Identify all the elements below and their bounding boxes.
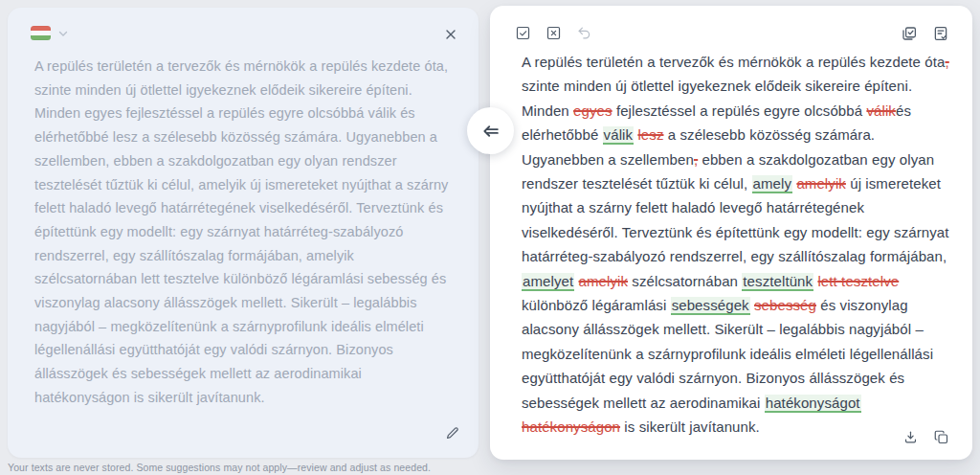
transfer-left-icon — [480, 121, 501, 142]
copy-icon — [933, 429, 949, 445]
deleted-text[interactable]: válik — [866, 102, 896, 119]
close-button[interactable] — [443, 27, 458, 42]
inserted-text[interactable]: amelyet — [522, 273, 574, 291]
undo-icon — [576, 25, 592, 41]
deleted-text[interactable]: sebesség — [754, 297, 816, 313]
inserted-text[interactable]: teszteltünk — [742, 273, 813, 291]
privacy-footer-note: Your texts are never stored. Some sugges… — [8, 462, 431, 473]
result-text-run: A repülés területén a tervezők és mérnök… — [522, 54, 945, 70]
apply-to-source-button[interactable] — [467, 107, 514, 154]
deleted-text[interactable]: , — [945, 54, 948, 70]
view-toolbar — [901, 25, 949, 42]
deleted-text[interactable]: egyes — [573, 102, 612, 119]
inserted-text[interactable]: válik — [603, 126, 635, 145]
pencil-icon — [444, 425, 460, 441]
inserted-text[interactable]: hatékonyságot — [765, 395, 861, 413]
download-button[interactable] — [902, 429, 919, 445]
deleted-text[interactable]: lett tesztelve — [817, 273, 899, 289]
checkbox-x-icon — [546, 25, 562, 41]
source-text: A repülés területén a tervezők és mérnök… — [34, 55, 454, 410]
chevron-down-icon — [56, 27, 70, 40]
inserted-text[interactable]: amely — [752, 175, 793, 193]
language-selector[interactable] — [31, 26, 70, 40]
deleted-text[interactable]: hatékonyságon — [522, 418, 620, 435]
hungarian-flag-icon — [31, 26, 51, 40]
source-panel: A repülés területén a tervezők és mérnök… — [8, 8, 479, 458]
result-panel: A repülés területén a tervezők és mérnök… — [490, 6, 972, 460]
summary-button[interactable] — [932, 25, 949, 42]
result-text-run: fejlesztéssel a repülés egyre olcsóbbá — [612, 102, 867, 119]
result-text: A repülés területén a tervezők és mérnök… — [522, 50, 949, 440]
result-text-run: szélcsatornában — [628, 273, 742, 289]
copy-check-icon — [901, 25, 918, 42]
result-text-run: is sikerült javítanunk. — [620, 418, 760, 435]
close-icon — [443, 27, 458, 42]
undo-button[interactable] — [576, 25, 592, 41]
accept-all-button[interactable] — [515, 25, 531, 41]
changes-toolbar — [515, 25, 592, 41]
deleted-text[interactable]: amelyik — [796, 175, 846, 192]
reject-all-button[interactable] — [546, 25, 562, 41]
deleted-text[interactable]: amelyik — [579, 273, 629, 289]
export-toolbar — [902, 429, 949, 445]
checkbox-check-icon — [515, 25, 531, 41]
inserted-text[interactable]: sebességek — [671, 297, 750, 315]
show-changes-button[interactable] — [901, 25, 918, 42]
download-icon — [902, 429, 919, 445]
document-check-icon — [932, 25, 949, 42]
edit-button[interactable] — [444, 425, 460, 441]
deleted-text[interactable]: lesz — [637, 126, 663, 143]
result-text-run: különböző légáramlási — [522, 297, 671, 313]
copy-button[interactable] — [933, 429, 949, 445]
